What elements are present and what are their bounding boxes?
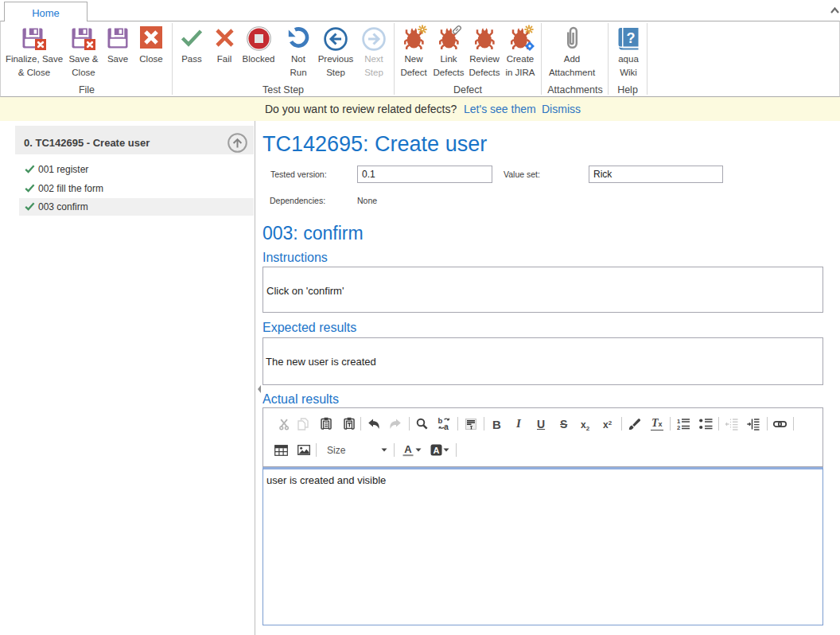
- svg-text:a: a: [444, 422, 449, 430]
- svg-text:?: ?: [627, 30, 636, 46]
- svg-text:b: b: [438, 417, 443, 425]
- svg-text:2: 2: [677, 424, 680, 430]
- svg-text:A: A: [434, 446, 440, 455]
- svg-text:A: A: [404, 443, 412, 455]
